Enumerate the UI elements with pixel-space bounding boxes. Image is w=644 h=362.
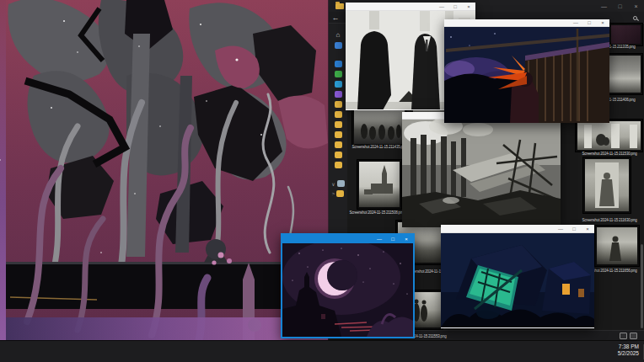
minimize-button[interactable]: — bbox=[373, 235, 386, 243]
thumbnail-woman-garden[interactable] bbox=[595, 226, 639, 266]
photo-factory bbox=[402, 120, 561, 227]
taskbar-clock[interactable]: 7:38 PM 5/2/2025 bbox=[618, 343, 639, 357]
digital-painting-canvas bbox=[0, 0, 328, 340]
desktop-icon[interactable] bbox=[335, 61, 342, 67]
folder-icon[interactable] bbox=[335, 111, 342, 118]
desktop: — □ × ← → ⌂ ∨ bbox=[0, 0, 644, 362]
scrollbar[interactable] bbox=[641, 244, 643, 328]
pictures-icon[interactable] bbox=[335, 81, 342, 88]
blue-house-window[interactable]: — □ × bbox=[441, 225, 594, 328]
search-icon[interactable] bbox=[633, 10, 639, 25]
thumbnail-view-icon[interactable] bbox=[630, 333, 637, 339]
photo-red-hair-figure bbox=[444, 27, 609, 123]
downloads-icon[interactable] bbox=[335, 71, 342, 77]
close-button[interactable]: × bbox=[400, 235, 413, 243]
window-titlebar[interactable]: — □ × bbox=[444, 19, 609, 27]
folder-icon[interactable] bbox=[335, 121, 342, 128]
maximize-button[interactable]: □ bbox=[582, 19, 596, 27]
red-hair-figure-window[interactable]: — □ × bbox=[444, 19, 609, 123]
chevron-right-icon: > bbox=[332, 191, 335, 196]
photo-crescent-moon bbox=[282, 243, 413, 337]
photo-blue-house bbox=[441, 233, 594, 327]
factory-photo-window[interactable]: — □ × bbox=[402, 112, 561, 227]
taskbar[interactable]: 7:38 PM 5/2/2025 bbox=[0, 340, 644, 362]
this-pc-row[interactable]: ∨ bbox=[331, 180, 344, 187]
chevron-down-icon: ∨ bbox=[331, 181, 335, 187]
clock-time: 7:38 PM bbox=[618, 343, 639, 350]
thumbnail-seated-figures[interactable] bbox=[576, 120, 642, 152]
list-view-icon[interactable] bbox=[620, 333, 627, 339]
thumbnail-dark[interactable] bbox=[609, 24, 642, 45]
maximize-button[interactable]: □ bbox=[386, 235, 400, 243]
close-button[interactable]: × bbox=[596, 19, 609, 27]
window-titlebar[interactable]: — □ × bbox=[282, 235, 413, 243]
gallery-icon[interactable] bbox=[335, 42, 342, 49]
folder-icon[interactable] bbox=[335, 101, 342, 108]
thumbnail-filename[interactable]: Screenshot 2024-11-15 211530.png bbox=[572, 152, 644, 156]
window-titlebar[interactable]: — □ × bbox=[346, 3, 475, 11]
clock-date: 5/2/2025 bbox=[618, 350, 639, 357]
music-icon[interactable] bbox=[335, 91, 342, 98]
folder-icon[interactable] bbox=[335, 152, 342, 158]
minimize-button[interactable]: — bbox=[554, 225, 567, 233]
back-button[interactable]: ← bbox=[329, 12, 342, 24]
thumbnail-filename[interactable]: Screenshot 2024-11-15 211630.png bbox=[572, 218, 644, 222]
thumbnail-crowd[interactable] bbox=[352, 108, 406, 146]
maximize-button[interactable]: □ bbox=[567, 225, 581, 233]
thumbnail-church[interactable] bbox=[357, 160, 401, 209]
current-folder-row[interactable]: > bbox=[332, 190, 345, 197]
minimize-button[interactable]: — bbox=[569, 19, 582, 27]
window-titlebar[interactable]: — □ × bbox=[441, 225, 594, 233]
folder-icon[interactable] bbox=[335, 131, 342, 138]
thumbnail-woman-doorway[interactable] bbox=[583, 157, 631, 213]
maximize-button[interactable]: □ bbox=[448, 3, 462, 11]
maximize-button[interactable]: □ bbox=[612, 1, 628, 12]
folder-icon[interactable] bbox=[335, 162, 342, 168]
folder-tab-icon bbox=[335, 3, 344, 9]
this-pc-icon bbox=[337, 180, 345, 187]
close-button[interactable]: × bbox=[462, 3, 475, 11]
painting-image bbox=[0, 0, 328, 340]
close-button[interactable]: × bbox=[581, 225, 594, 233]
minimize-button[interactable]: — bbox=[435, 3, 448, 11]
crescent-moon-window[interactable]: — □ × bbox=[281, 233, 415, 338]
home-icon[interactable]: ⌂ bbox=[335, 32, 342, 39]
minimize-button[interactable]: — bbox=[596, 1, 612, 12]
current-folder-icon bbox=[336, 190, 344, 197]
